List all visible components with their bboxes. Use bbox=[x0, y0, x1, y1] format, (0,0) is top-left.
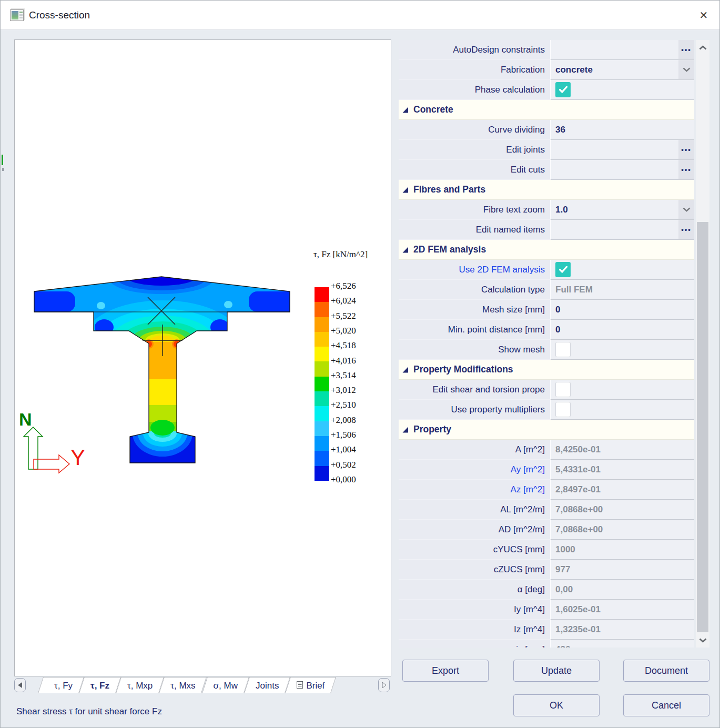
ellipsis-button[interactable]: ••• bbox=[678, 160, 694, 179]
dialog-title: Cross-section bbox=[29, 9, 90, 21]
screen-edge-dot bbox=[2, 168, 4, 171]
section-header-property[interactable]: Property bbox=[399, 420, 694, 440]
axis-indicator: N Y bbox=[19, 409, 85, 473]
tab-brief[interactable]: Brief bbox=[288, 677, 333, 693]
tab-tau-mxs[interactable]: τ, Mxs bbox=[161, 677, 204, 693]
row-calculation-type: Calculation type Full FEM bbox=[399, 280, 694, 300]
phase-calculation-checkbox-checked[interactable] bbox=[555, 82, 571, 97]
legend-tick: +4,016 bbox=[331, 356, 356, 366]
close-icon[interactable]: ✕ bbox=[695, 7, 712, 24]
collapse-triangle-icon bbox=[402, 107, 409, 113]
scrollbar-thumb[interactable] bbox=[697, 222, 708, 632]
export-button[interactable]: Export bbox=[402, 660, 489, 682]
collapse-triangle-icon bbox=[402, 187, 409, 193]
tab-tau-mxp[interactable]: τ, Mxp bbox=[118, 677, 161, 693]
legend-swatch bbox=[315, 451, 329, 466]
tab-tau-fy[interactable]: τ, Fy bbox=[40, 677, 82, 693]
tab-sigma-mw[interactable]: σ, Mw bbox=[205, 677, 247, 693]
row-edit-joints: Edit joints ••• bbox=[399, 140, 694, 160]
ellipsis-button[interactable]: ••• bbox=[678, 220, 694, 239]
row-cyucs: cYUCS [mm] 1000 bbox=[399, 540, 694, 560]
legend-swatch bbox=[315, 347, 329, 361]
row-fabrication: Fabrication concrete bbox=[399, 60, 694, 80]
legend-tick: +0,000 bbox=[331, 474, 356, 485]
section-header-concrete[interactable]: Concrete bbox=[399, 100, 694, 120]
property-grid-scrollbar[interactable] bbox=[696, 40, 709, 648]
section-header-property-modifications[interactable]: Property Modifications bbox=[399, 360, 694, 380]
edit-shear-torsion-checkbox-unchecked[interactable] bbox=[555, 382, 571, 397]
chevron-down-icon[interactable] bbox=[678, 60, 694, 79]
legend-tick: +5,020 bbox=[331, 326, 356, 336]
result-tabstrip: τ, Fy τ, Fz τ, Mxp τ, Mxs σ, Mw Joints B… bbox=[14, 677, 391, 693]
section-header-2d-fem-analysis[interactable]: 2D FEM analysis bbox=[399, 240, 694, 260]
row-autodesign-constraints: AutoDesign constraints ••• bbox=[399, 40, 694, 60]
row-mesh-size: Mesh size [mm] 0 bbox=[399, 300, 694, 320]
ellipsis-button[interactable]: ••• bbox=[678, 40, 694, 59]
row-area-a: A [m^2] 8,4250e-01 bbox=[399, 440, 694, 460]
status-text: Shear stress τ for unit shear force Fz bbox=[16, 706, 162, 717]
ellipsis-button[interactable]: ••• bbox=[678, 140, 694, 159]
axis-y-arrow-icon bbox=[34, 455, 69, 473]
collapse-triangle-icon bbox=[402, 427, 409, 433]
ok-button[interactable]: OK bbox=[513, 694, 600, 716]
use-property-multipliers-checkbox-unchecked[interactable] bbox=[555, 402, 571, 417]
legend-tick: +4,518 bbox=[331, 340, 356, 351]
row-edit-shear-torsion: Edit shear and torsion prope bbox=[399, 380, 694, 400]
fibre-text-zoom-select[interactable]: 1.0 bbox=[550, 200, 694, 220]
right-triangle-icon bbox=[382, 682, 387, 688]
legend-title: τ, Fz [kN/m^2] bbox=[313, 249, 387, 260]
row-iz-moment: Iz [m^4] 1,3235e-01 bbox=[399, 620, 694, 640]
axis-y-label: Y bbox=[70, 445, 85, 470]
show-mesh-checkbox-unchecked[interactable] bbox=[555, 342, 571, 357]
screen-edge-artifact bbox=[2, 155, 3, 165]
legend-tick: +3,012 bbox=[331, 385, 356, 396]
legend-tick: +2,510 bbox=[331, 400, 356, 410]
title-bar: Cross-section ✕ bbox=[1, 1, 719, 30]
row-iy-moment: Iy [m^4] 1,6025e-01 bbox=[399, 600, 694, 620]
legend-swatch bbox=[315, 287, 329, 302]
legend-swatch bbox=[315, 332, 329, 347]
legend-swatch bbox=[315, 377, 329, 391]
legend-swatch bbox=[315, 361, 329, 376]
axis-n-label: N bbox=[19, 409, 32, 429]
cancel-button[interactable]: Cancel bbox=[623, 694, 709, 716]
tabs-scroll-right-button[interactable] bbox=[378, 678, 390, 692]
min-point-distance-field[interactable]: 0 bbox=[550, 320, 694, 340]
left-triangle-icon bbox=[18, 682, 23, 688]
row-use-property-multipliers: Use property multipliers bbox=[399, 400, 694, 420]
update-button[interactable]: Update bbox=[513, 660, 600, 682]
row-curve-dividing: Curve dividing 36 bbox=[399, 120, 694, 140]
tab-joints[interactable]: Joints bbox=[247, 677, 288, 693]
axis-n-arrow-icon bbox=[24, 427, 43, 469]
legend-tick: +5,522 bbox=[331, 311, 356, 321]
stress-legend: τ, Fz [kN/m^2] +6,526 bbox=[313, 249, 387, 264]
row-min-point-distance: Min. point distance [mm] 0 bbox=[399, 320, 694, 340]
scroll-up-icon[interactable] bbox=[696, 41, 709, 54]
row-al: AL [m^2/m] 7,0868e+00 bbox=[399, 500, 694, 520]
mesh-size-field[interactable]: 0 bbox=[550, 300, 694, 320]
row-edit-cuts: Edit cuts ••• bbox=[399, 160, 694, 180]
cross-section-viewport[interactable]: N Y τ, Fz [kN/m^2] bbox=[14, 39, 391, 676]
legend-tick: +1,506 bbox=[331, 430, 356, 440]
tabs-scroll-left-button[interactable] bbox=[14, 678, 26, 692]
row-show-mesh: Show mesh bbox=[399, 340, 694, 360]
legend-tick: +1,004 bbox=[331, 444, 356, 455]
cross-section-dialog: Cross-section ✕ bbox=[0, 0, 720, 728]
collapse-triangle-icon bbox=[402, 247, 409, 253]
row-ad: AD [m^2/m] 7,0868e+00 bbox=[399, 520, 694, 540]
legend-tick: +3,514 bbox=[331, 370, 356, 381]
use-2d-fem-checkbox-checked[interactable] bbox=[555, 262, 571, 277]
row-czucs: cZUCS [mm] 977 bbox=[399, 560, 694, 580]
scroll-down-icon[interactable] bbox=[696, 634, 709, 646]
chevron-down-icon[interactable] bbox=[678, 200, 694, 219]
cross-section-app-icon bbox=[10, 9, 24, 21]
legend-swatch bbox=[315, 317, 329, 332]
row-area-az: Az [m^2] 2,8497e-01 bbox=[399, 480, 694, 500]
legend-swatch bbox=[315, 421, 329, 436]
curve-dividing-field[interactable]: 36 bbox=[550, 120, 694, 140]
tab-tau-fz[interactable]: τ, Fz bbox=[82, 677, 118, 693]
document-button[interactable]: Document bbox=[623, 660, 709, 682]
row-alpha: α [deg] 0,00 bbox=[399, 580, 694, 600]
fabrication-select[interactable]: concrete bbox=[550, 60, 694, 80]
section-header-fibres-and-parts[interactable]: Fibres and Parts bbox=[399, 180, 694, 200]
